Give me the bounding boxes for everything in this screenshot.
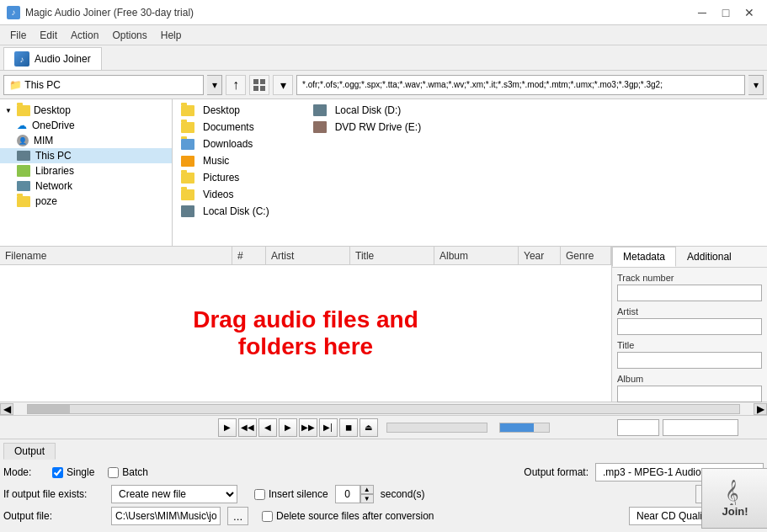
metadata-tabs: Metadata Additional — [612, 247, 767, 268]
horizontal-scrollbar[interactable]: ◀ ▶ — [0, 402, 767, 416]
tab-label: Audio Joiner — [35, 53, 91, 65]
album-input[interactable] — [617, 386, 762, 402]
navigate-up-button[interactable]: ↑ — [226, 75, 246, 95]
transport-rewind-btn[interactable]: ◀◀ — [238, 418, 257, 437]
tab-metadata[interactable]: Metadata — [612, 247, 676, 267]
menu-file[interactable]: File — [3, 28, 33, 43]
transport-forward-btn[interactable]: ▶ — [279, 418, 297, 437]
browse-output-button[interactable]: ... — [227, 507, 248, 525]
transport-stop-btn[interactable]: ◼ — [339, 418, 358, 437]
transport-end-btn[interactable]: ▶| — [319, 418, 338, 437]
title-bar-controls: ─ □ ✕ — [691, 4, 760, 21]
file-item-local-d[interactable]: Local Disk (D:) — [308, 103, 426, 118]
tree-label: Libraries — [35, 165, 74, 177]
menu-help[interactable]: Help — [154, 28, 189, 43]
batch-checkbox[interactable] — [108, 467, 119, 478]
tree-item-network[interactable]: Network — [0, 178, 172, 194]
output-tab[interactable]: Output — [3, 443, 56, 460]
scroll-left-btn[interactable]: ◀ — [0, 403, 13, 415]
view-dropdown-btn[interactable]: ▾ — [273, 75, 293, 95]
col-header-label: Artist — [271, 250, 294, 262]
file-item-downloads[interactable]: Downloads — [176, 136, 274, 152]
metadata-panel: Metadata Additional Track number Artist … — [611, 247, 767, 402]
spinner-down-btn[interactable]: ▼ — [360, 494, 374, 503]
file-label: Desktop — [203, 104, 240, 116]
col-title-header[interactable]: Title — [350, 247, 434, 264]
toolbar: 📁 This PC ▾ ↑ ▾ ▾ — [0, 71, 767, 99]
col-header-label: Genre — [566, 250, 594, 262]
tree-item-desktop[interactable]: ▼ Desktop — [0, 103, 172, 118]
file-item-music[interactable]: Music — [176, 153, 274, 168]
minimize-button[interactable]: ─ — [691, 4, 713, 21]
view-toggle-button[interactable] — [249, 75, 269, 95]
output-file-label: Output file: — [3, 510, 104, 522]
tree-item-libraries[interactable]: Libraries — [0, 163, 172, 178]
folder-icon — [181, 122, 194, 133]
menu-bar: File Edit Action Options Help — [0, 25, 767, 45]
col-artist-header[interactable]: Artist — [266, 247, 350, 264]
title-input[interactable] — [617, 352, 762, 369]
spinner-up-btn[interactable]: ▲ — [360, 485, 374, 494]
delete-source-label[interactable]: Delete source files after conversion — [262, 510, 434, 522]
transport-ff-btn[interactable]: ▶▶ — [299, 418, 317, 437]
tab-additional[interactable]: Additional — [676, 247, 743, 267]
create-new-select[interactable]: Create new fileOverwriteSkip — [111, 485, 237, 503]
tree-label: Network — [35, 180, 72, 192]
tree-item-mim[interactable]: 👤 MIM — [0, 133, 172, 148]
file-item-pictures[interactable]: Pictures — [176, 170, 274, 185]
menu-options[interactable]: Options — [105, 28, 153, 43]
col-num-header[interactable]: # — [232, 247, 266, 264]
insert-silence-label[interactable]: Insert silence — [254, 488, 328, 500]
col-genre-header[interactable]: Genre — [561, 247, 611, 264]
output-file-input[interactable] — [111, 507, 221, 525]
artist-input[interactable] — [617, 318, 762, 335]
col-header-label: Filename — [5, 250, 46, 262]
single-checkbox[interactable] — [52, 467, 63, 478]
scroll-track[interactable] — [27, 404, 740, 414]
tree-item-this-pc[interactable]: This PC — [0, 148, 172, 163]
drop-zone[interactable]: Drag audio files and folders here — [0, 265, 611, 402]
menu-edit[interactable]: Edit — [33, 28, 64, 43]
progress-track[interactable] — [386, 423, 487, 433]
col-year-header[interactable]: Year — [519, 247, 561, 264]
tree-label: poze — [35, 195, 57, 207]
maximize-button[interactable]: □ — [715, 4, 737, 21]
track-number-input[interactable] — [617, 285, 762, 301]
delete-source-checkbox[interactable] — [262, 511, 273, 522]
location-dropdown-btn[interactable]: ▾ — [207, 75, 222, 95]
file-label: Local Disk (D:) — [335, 104, 402, 116]
col-album-header[interactable]: Album — [434, 247, 519, 264]
single-checkbox-label[interactable]: Single — [52, 466, 94, 478]
spinner-buttons: ▲ ▼ — [360, 485, 374, 503]
close-button[interactable]: ✕ — [738, 4, 760, 21]
col-header-label: # — [237, 250, 243, 262]
file-item-local-c[interactable]: Local Disk (C:) — [176, 204, 274, 219]
tree-label: This PC — [35, 150, 72, 162]
scroll-right-btn[interactable]: ▶ — [754, 403, 767, 415]
year-input[interactable] — [617, 419, 659, 436]
transport-back-btn[interactable]: ◀ — [258, 418, 277, 437]
filter-input[interactable] — [296, 75, 745, 95]
scroll-thumb[interactable] — [28, 405, 70, 413]
col-filename-header[interactable]: Filename — [0, 247, 232, 264]
genre-input[interactable] — [663, 419, 738, 436]
silence-value[interactable] — [335, 485, 360, 503]
file-label: DVD RW Drive (E:) — [335, 121, 421, 133]
insert-silence-checkbox[interactable] — [254, 489, 265, 500]
file-item-desktop[interactable]: Desktop — [176, 103, 274, 118]
tree-item-onedrive[interactable]: ☁ OneDrive — [0, 118, 172, 133]
filter-dropdown-btn[interactable]: ▾ — [748, 75, 764, 95]
svg-rect-2 — [253, 86, 258, 91]
batch-checkbox-label[interactable]: Batch — [108, 466, 148, 478]
join-button[interactable]: 𝄞 Join! — [701, 468, 767, 529]
transport-play-btn[interactable]: ▶ — [218, 418, 237, 437]
transport-eject-btn[interactable]: ⏏ — [360, 418, 378, 437]
tree-item-poze[interactable]: poze — [0, 194, 172, 209]
menu-action[interactable]: Action — [64, 28, 105, 43]
file-item-dvd[interactable]: DVD RW Drive (E:) — [308, 120, 426, 135]
file-item-documents[interactable]: Documents — [176, 120, 274, 135]
tab-audio-joiner[interactable]: ♪ Audio Joiner — [3, 47, 102, 70]
tab-bar: ♪ Audio Joiner — [0, 45, 767, 71]
volume-track[interactable] — [499, 423, 550, 433]
file-item-videos[interactable]: Videos — [176, 187, 274, 202]
